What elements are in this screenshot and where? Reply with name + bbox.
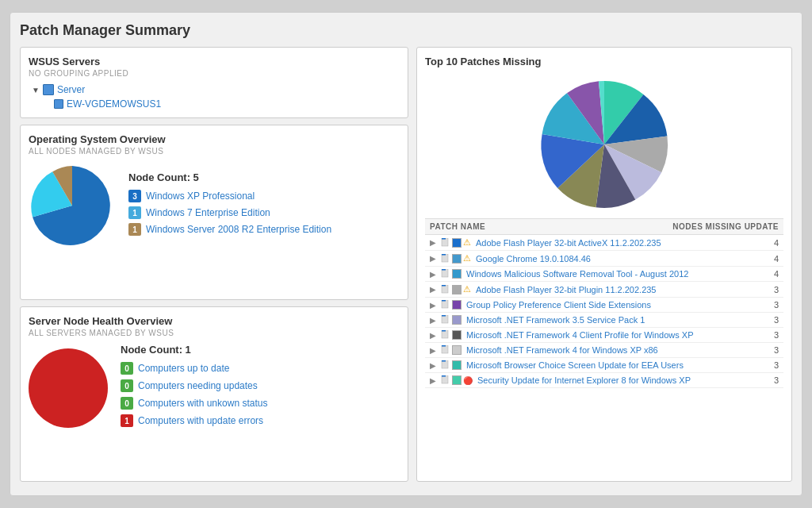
health-item-label: Computers needing updates <box>138 380 258 391</box>
os-node-count: Node Count: 5 <box>128 171 400 183</box>
patch-doc-icon <box>441 330 450 340</box>
patch-name-label: Security Update for Internet Explorer 8 … <box>477 375 755 385</box>
expand-icon: ▶ <box>430 238 438 247</box>
wsus-panel: WSUS Servers NO GROUPING APPLIED ▼ Serve… <box>20 47 408 118</box>
health-panel: Server Node Health Overview ALL SERVERS … <box>20 306 408 482</box>
patch-doc-icon <box>441 360 450 370</box>
patch-icons <box>441 300 462 310</box>
health-legend-item: 0 Computers up to date <box>121 362 400 375</box>
left-column: WSUS Servers NO GROUPING APPLIED ▼ Serve… <box>20 47 408 482</box>
svg-rect-11 <box>442 315 446 317</box>
health-badge: 0 <box>121 362 133 375</box>
patches-col-name: PATCH NAME <box>430 222 485 231</box>
expand-icon: ▶ <box>430 376 438 385</box>
patch-name-label: Windows Malicious Software Removal Tool … <box>466 269 755 279</box>
right-column: Top 10 Patches Missing <box>416 47 792 482</box>
server-tree: ▼ Server EW-VGDEMOWSUS1 <box>29 84 400 110</box>
os-legend-item: 1 Windows Server 2008 R2 Enterprise Edit… <box>128 223 400 236</box>
os-legend-label: Windows Server 2008 R2 Enterprise Editio… <box>146 224 331 235</box>
health-legend-item: 1 Computers with update errors <box>121 414 400 427</box>
expand-icon: ▶ <box>430 285 438 294</box>
patch-color-swatch <box>452 254 462 264</box>
wsus-title: WSUS Servers <box>29 56 400 67</box>
expand-icon: ▶ <box>430 361 438 370</box>
health-legend-item: 0 Computers needing updates <box>121 379 400 392</box>
patch-icons <box>441 345 462 355</box>
patch-color-swatch <box>452 375 462 385</box>
patches-col-count: NODES MISSING UPDATE <box>672 222 779 231</box>
os-legend-badge: 1 <box>128 223 141 236</box>
patch-count-label: 4 <box>755 269 779 279</box>
expand-icon: ▶ <box>430 270 438 279</box>
patch-name-label: Google Chrome 19.0.1084.46 <box>476 254 755 264</box>
patch-row[interactable]: ▶ 🔴 Security Update for Internet Explore… <box>425 373 783 388</box>
patch-color-swatch <box>452 345 462 355</box>
svg-rect-13 <box>442 330 446 332</box>
patch-row[interactable]: ▶ Windows Malicious Software Removal Too… <box>425 267 783 282</box>
svg-rect-5 <box>442 269 446 271</box>
patches-list: ▶ ⚠ Adobe Flash Player 32-bit ActiveX 11… <box>425 235 783 473</box>
patch-count-label: 4 <box>755 238 779 248</box>
svg-rect-19 <box>442 375 446 377</box>
patch-row[interactable]: ▶ ⚠ Adobe Flash Player 32-bit ActiveX 11… <box>425 235 783 251</box>
server-tree-parent[interactable]: ▼ Server <box>32 84 400 95</box>
patch-row[interactable]: ▶ Microsoft .NET Framework 3.5 Service P… <box>425 313 783 328</box>
os-legend-item: 1 Windows 7 Enterprise Edition <box>128 206 400 219</box>
health-pie-circle <box>29 348 108 428</box>
expand-icon: ▶ <box>430 331 438 340</box>
patch-row[interactable]: ▶ Group Policy Preference Client Side Ex… <box>425 298 783 313</box>
os-subtitle: ALL NODES MANAGED BY WSUS <box>29 147 400 156</box>
patches-table-header: PATCH NAME NODES MISSING UPDATE <box>425 218 783 235</box>
os-title: Operating System Overview <box>29 133 400 145</box>
svg-rect-7 <box>442 285 446 287</box>
health-title: Server Node Health Overview <box>29 315 400 327</box>
warn-icon: ⚠ <box>463 253 471 264</box>
patch-color-swatch <box>452 238 462 248</box>
os-legend-label: Windows XP Professional <box>146 190 255 202</box>
patch-name-label: Microsoft .NET Framework 4 for Windows X… <box>466 345 755 355</box>
patch-count-label: 3 <box>755 360 779 370</box>
patch-row[interactable]: ▶ ⚠ Adobe Flash Player 32-bit Plugin 11.… <box>425 282 783 298</box>
server-child-item[interactable]: EW-VGDEMOWSUS1 <box>32 98 400 110</box>
health-legend-item: 0 Computers with unkown status <box>121 397 400 410</box>
expand-icon: ▶ <box>430 301 438 310</box>
patch-row[interactable]: ▶ Microsoft .NET Framework 4 Client Prof… <box>425 328 783 343</box>
patch-icons: ⚠ <box>441 237 471 248</box>
health-item-label: Computers with unkown status <box>138 398 267 409</box>
server-icon <box>43 84 54 95</box>
os-legend: Node Count: 5 3 Windows XP Professional … <box>128 171 400 240</box>
patch-count-label: 3 <box>755 345 779 355</box>
health-item-label: Computers with update errors <box>138 415 263 426</box>
patch-row[interactable]: ▶ ⚠ Google Chrome 19.0.1084.46 4 <box>425 251 783 267</box>
health-badge: 0 <box>121 379 133 392</box>
svg-rect-3 <box>442 254 446 256</box>
os-overview-panel: Operating System Overview ALL NODES MANA… <box>20 125 408 300</box>
svg-rect-17 <box>442 360 446 362</box>
patch-count-label: 3 <box>755 285 779 294</box>
patch-doc-icon <box>441 375 450 385</box>
tree-arrow-icon: ▼ <box>32 86 40 94</box>
server-child-icon <box>54 99 63 109</box>
svg-rect-15 <box>442 345 446 347</box>
patch-icons: ⚠ <box>441 253 471 264</box>
os-legend-label: Windows 7 Enterprise Edition <box>146 207 270 218</box>
patch-name-label: Group Policy Preference Client Side Exte… <box>466 300 755 310</box>
main-container: Patch Manager Summary WSUS Servers NO GR… <box>10 12 802 496</box>
patch-icons <box>441 360 462 370</box>
patch-count-label: 3 <box>755 375 779 385</box>
expand-icon: ▶ <box>430 254 438 263</box>
health-badge: 1 <box>121 414 133 427</box>
health-badge: 0 <box>121 397 133 410</box>
health-subtitle: ALL SERVERS MANAGED BY WSUS <box>29 329 400 337</box>
svg-rect-1 <box>442 238 446 240</box>
warn-icon: ⚠ <box>463 237 471 248</box>
patch-doc-icon <box>441 238 450 248</box>
svg-rect-9 <box>442 300 446 302</box>
patch-name-label: Adobe Flash Player 32-bit ActiveX 11.2.2… <box>476 238 755 248</box>
patch-doc-icon <box>441 285 450 294</box>
patch-row[interactable]: ▶ Microsoft .NET Framework 4 for Windows… <box>425 343 783 358</box>
health-node-count: Node Count: 1 <box>121 344 400 356</box>
patch-row[interactable]: ▶ Microsoft Browser Choice Screen Update… <box>425 358 783 373</box>
patch-name-label: Microsoft .NET Framework 3.5 Service Pac… <box>466 315 755 325</box>
server-child-label: EW-VGDEMOWSUS1 <box>67 98 161 110</box>
